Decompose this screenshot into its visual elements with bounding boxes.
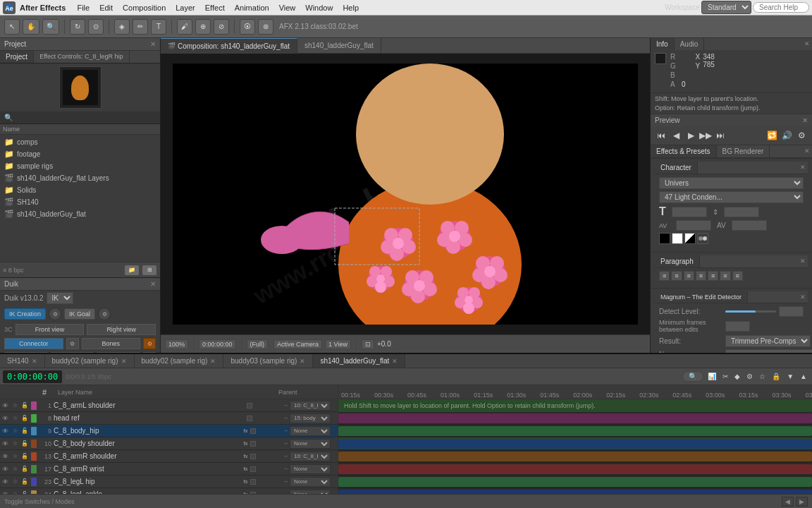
lock-btn-17[interactable]: 🔓 [20, 466, 30, 472]
timeline-collapse[interactable]: ▼ [785, 372, 796, 381]
project-search-input[interactable] [0, 111, 160, 124]
track-bar-13[interactable] [338, 464, 812, 474]
parent-select-9[interactable]: None [290, 426, 331, 436]
switch1-1[interactable] [247, 403, 252, 409]
tab-bg-renderer[interactable]: BG Renderer [717, 145, 770, 157]
timeline-tab-buddy02-2[interactable]: buddy02 (sample rig) ✕ [135, 354, 224, 368]
project-item-SH140[interactable]: 🎬SH140 [1, 196, 159, 208]
timeline-tab-ladderguy[interactable]: sh140_ladderGuy_flat ✕ [313, 354, 405, 368]
project-item-sample-rigs[interactable]: 📁sample rigs [1, 160, 159, 172]
preview-first-frame[interactable]: ⏮ [655, 129, 668, 142]
switch1-13[interactable] [250, 454, 256, 459]
timecode-display[interactable]: 0:00:00:00 [199, 339, 236, 349]
comp-tab-name[interactable]: sh140_ladderGuy_flat [297, 38, 381, 54]
menu-window[interactable]: Window [301, 0, 337, 16]
toolbar-rotate-tool[interactable]: ↻ [70, 19, 85, 35]
menu-view[interactable]: View [275, 0, 300, 16]
timeline-render-queue[interactable]: 📊 [706, 372, 718, 381]
toolbar-zoom-tool[interactable]: 🔍 [42, 19, 59, 35]
color-swatch[interactable] [655, 53, 666, 64]
tab-ladderguy-close[interactable]: ✕ [392, 358, 398, 365]
solo-btn-9[interactable]: ☆ [10, 428, 20, 434]
timeline-expand[interactable]: ▲ [798, 372, 809, 381]
switch1-23[interactable] [250, 479, 256, 485]
swap-colors[interactable] [684, 233, 696, 244]
color-options[interactable] [697, 233, 708, 244]
align-right-btn[interactable]: ≡ [684, 271, 694, 281]
layer-row-13[interactable]: 👁☆🔓13C_8_armR shoulderfx→10: C_8_boc [0, 450, 338, 463]
eye-btn-8[interactable]: 👁 [0, 415, 10, 422]
preview-prev-frame[interactable]: ◀ [670, 129, 682, 142]
workspace-select[interactable]: Standard [701, 1, 751, 14]
eye-btn-23[interactable]: 👁 [0, 478, 10, 485]
result-select[interactable]: Trimmed Pre-Comps [725, 335, 811, 347]
preview-settings[interactable]: ⚙ [795, 129, 808, 142]
zoom-control[interactable]: 100% [165, 339, 188, 349]
eye-btn-1[interactable]: 👁 [0, 402, 10, 409]
toolbar-camera-orbit[interactable]: ⊙ [88, 19, 104, 35]
timeline-tab-buddy02-1[interactable]: buddy02 (sample rig) ✕ [45, 354, 135, 368]
layer-row-17[interactable]: 👁☆🔓17C_8_armR wristfx→None [0, 463, 338, 476]
lock-btn-9[interactable]: 🔓 [20, 428, 30, 434]
justify-last-left-btn[interactable]: ≡ [708, 271, 718, 281]
eye-btn-17[interactable]: 👁 [0, 466, 10, 473]
justify-last-center-btn[interactable]: ≡ [720, 271, 730, 281]
project-item-footage[interactable]: 📁footage [1, 148, 159, 160]
timeline-timecode[interactable]: 0:00:00:00 [3, 370, 62, 383]
parent-select-10[interactable]: None [290, 439, 331, 449]
switch1-9[interactable] [250, 428, 256, 434]
info-close[interactable]: ✕ [802, 38, 812, 50]
solo-btn-17[interactable]: ☆ [10, 466, 20, 472]
kerning-input[interactable] [676, 220, 711, 231]
duik-ik-select[interactable]: IK [47, 292, 73, 304]
toolbar-hand-tool[interactable]: ✋ [23, 19, 39, 35]
solo-btn-8[interactable]: ☆ [10, 415, 20, 421]
menu-edit[interactable]: Edit [95, 0, 117, 16]
lock-btn-1[interactable]: 🔓 [20, 402, 30, 409]
view-count[interactable]: 1 View [325, 339, 351, 349]
timeline-lock[interactable]: 🔒 [770, 372, 782, 381]
toolbar-puppet-tool[interactable]: ⊛ [258, 19, 273, 35]
track-bar-8[interactable] [338, 426, 812, 436]
layer-row-8[interactable]: 👁☆🔓8head ref→15: body [0, 412, 338, 425]
preview-close[interactable]: ✕ [802, 116, 808, 124]
eye-btn-9[interactable]: 👁 [0, 428, 10, 435]
project-item-sh140_ladderGuy_flat[interactable]: 🎬sh140_ladderGuy_flat [1, 208, 159, 220]
preview-header[interactable]: Preview ✕ [651, 114, 812, 126]
toolbar-roto-tool[interactable]: ⦿ [240, 19, 255, 35]
paragraph-close[interactable]: ✕ [798, 255, 808, 267]
tab-buddy02-1-close[interactable]: ✕ [121, 358, 127, 365]
tab-info[interactable]: Info [651, 38, 675, 50]
track-bar-23[interactable] [338, 490, 812, 494]
detect-level-value[interactable]: 3.59 [779, 306, 804, 317]
connector-btn[interactable]: Connector [4, 338, 63, 349]
tab-effects[interactable]: Effects & Presets [651, 145, 717, 157]
camera-select[interactable]: Active Camera [273, 339, 322, 349]
stroke-color[interactable] [672, 233, 683, 244]
bones-options[interactable]: ⚙ [143, 338, 156, 349]
tab-audio[interactable]: Audio [675, 38, 705, 50]
tab-buddy03-close[interactable]: ✕ [300, 358, 305, 365]
timeline-trim-comp[interactable]: ✂ [720, 372, 730, 381]
parent-select-13[interactable]: 10: C_8_boc [290, 452, 331, 461]
tracking-input[interactable] [732, 220, 767, 231]
tab-buddy02-2-close[interactable]: ✕ [210, 358, 216, 365]
ik-creation-btn[interactable]: IK Creation [4, 308, 46, 320]
min-frames-value[interactable]: 0 [725, 321, 750, 332]
duik-close[interactable]: ✕ [150, 280, 156, 288]
preview-play-audio[interactable]: ▶▶ [699, 129, 712, 142]
timeline-tab-sh140[interactable]: SH140 ✕ [0, 354, 45, 368]
track-bar-17[interactable] [338, 477, 812, 487]
layer-row-24[interactable]: 👁☆🔓24C_8_legL anklefx→None [0, 488, 338, 494]
menu-composition[interactable]: Composition [118, 0, 170, 16]
track-bar-9[interactable] [338, 439, 812, 449]
toolbar-stamp-tool[interactable]: ⊕ [195, 19, 211, 35]
layer-row-9[interactable]: 👁☆🔓9C_8_body_hipfx→None [0, 425, 338, 437]
timeline-nav-left[interactable]: ◀ [782, 497, 794, 507]
comp-tab-main[interactable]: 🎬 Composition: sh140_ladderGuy_flat [161, 38, 297, 54]
preview-play[interactable]: ▶ [684, 129, 697, 142]
track-bar-10[interactable] [338, 452, 812, 461]
timeline-solo[interactable]: ☆ [757, 372, 768, 381]
font-family-select[interactable]: Univers [659, 177, 804, 189]
solo-btn-10[interactable]: ☆ [10, 440, 20, 447]
